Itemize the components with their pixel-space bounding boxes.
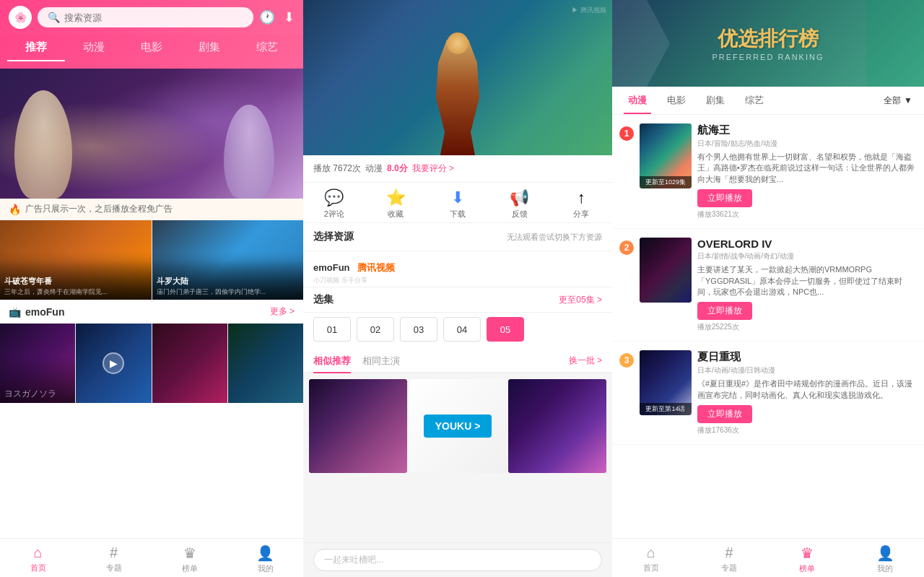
content-card-0[interactable]: 斗破苍穹年番 三年之后，萧炎终于在湖南学院见... bbox=[0, 220, 152, 300]
youku-logo: YOUKU > bbox=[424, 415, 492, 438]
update-badge-0: 更新至1029集 bbox=[640, 176, 692, 188]
left-nav-profile[interactable]: 👤 我的 bbox=[227, 545, 303, 574]
play-count: 播放 7672次 bbox=[313, 162, 361, 175]
ad-notice: 🔥 广告只展示一次，之后播放全程免广告 bbox=[0, 199, 303, 220]
search-bar[interactable]: 🔍 bbox=[38, 7, 253, 27]
ranking-header: 优选排行榜 PREFERRED RANKING bbox=[612, 0, 924, 87]
rank-info-0: 航海王 日本/冒险/励志/热血/动漫 有个男人他拥有世界上一切财富、名望和权势，… bbox=[697, 123, 917, 220]
hero-char-2 bbox=[224, 105, 274, 199]
right-profile-label: 我的 bbox=[877, 563, 893, 574]
right-ranking-icon: ♛ bbox=[801, 545, 814, 562]
nav-tab-variety[interactable]: 综艺 bbox=[238, 35, 296, 61]
right-home-icon: ⌂ bbox=[647, 545, 655, 561]
nav-tab-series[interactable]: 剧集 bbox=[180, 35, 238, 61]
content-card-1[interactable]: 斗罗大陆 庙门外门弟子唐三，因偷学内门绝学... bbox=[152, 220, 304, 300]
action-share[interactable]: ↑ 分享 bbox=[550, 188, 612, 220]
right-home-label: 首页 bbox=[643, 563, 659, 573]
rank-number-2: 2 bbox=[619, 240, 634, 255]
right-nav-topic[interactable]: # 专题 bbox=[690, 545, 768, 574]
emofun-section: 📺 emoFun 更多 > ヨスガノソラ ▶ bbox=[0, 300, 303, 403]
resource-sources: emoFun 腾讯视频 小刀视频 乐手分享 bbox=[303, 251, 612, 287]
ranking-filter[interactable]: 全部 ▼ bbox=[878, 87, 918, 114]
right-panel: 优选排行榜 PREFERRED RANKING 动漫 电影 剧集 综艺 全部 ▼… bbox=[612, 0, 924, 577]
comment-input[interactable]: 一起来吐槽吧... bbox=[313, 549, 602, 571]
hero-banner[interactable] bbox=[0, 69, 303, 199]
similar-refresh[interactable]: 换一批 > bbox=[569, 355, 602, 372]
ranking-item-0[interactable]: 1 HOT 更新至1029集 航海王 日本/冒险/励志/热血/动漫 有个男人他拥… bbox=[612, 115, 924, 229]
similar-card-0[interactable] bbox=[309, 379, 407, 473]
action-favorite[interactable]: ⭐ 收藏 bbox=[365, 188, 427, 220]
ranking-title-area: 优选排行榜 PREFERRED RANKING bbox=[712, 25, 824, 61]
source-tencent[interactable]: 腾讯视频 bbox=[357, 261, 395, 274]
rank-desc-1: 主要讲述了某天，一款掀起大热潮的VRMMORPG「YGGDRASIL」原本会停止… bbox=[697, 264, 917, 298]
episode-more[interactable]: 更至05集 > bbox=[559, 294, 602, 306]
rank-tags-1: 日本/剧情/战争/动画/奇幻/动漫 bbox=[697, 251, 917, 261]
header-icons: 🕐 ⬇ bbox=[259, 9, 295, 25]
video-score: 8.0分 bbox=[387, 162, 408, 175]
filter-chevron-icon: ▼ bbox=[904, 95, 912, 105]
rank-number-3: 3 bbox=[619, 353, 634, 368]
hero-art bbox=[0, 69, 303, 199]
left-nav-topic[interactable]: # 专题 bbox=[76, 545, 152, 574]
action-feedback[interactable]: 📢 反馈 bbox=[489, 188, 551, 220]
ranking-nav-anime[interactable]: 动漫 bbox=[618, 87, 657, 114]
search-input[interactable] bbox=[64, 12, 243, 23]
right-nav-profile[interactable]: 👤 我的 bbox=[846, 545, 924, 574]
similar-tab-cast[interactable]: 相同主演 bbox=[362, 355, 400, 372]
action-comment[interactable]: 💬 2评论 bbox=[303, 188, 365, 220]
play-btn-0[interactable]: 立即播放 bbox=[697, 189, 752, 207]
rank-info-1: OVERLORD IV 日本/剧情/战争/动画/奇幻/动漫 主要讲述了某天，一款… bbox=[697, 238, 917, 332]
ranking-item-2[interactable]: 3 HOT 更新至第14话 夏日重现 日本/动画/动漫/日韩动漫 《#夏日重现#… bbox=[612, 342, 924, 445]
header: 🌸 🔍 🕐 ⬇ bbox=[0, 0, 303, 35]
similar-grid: YOUKU > bbox=[303, 373, 612, 542]
emofun-card-1[interactable]: ▶ bbox=[76, 324, 151, 403]
rank-title-2: 夏日重现 bbox=[697, 350, 917, 364]
episode-btn-5[interactable]: 05 bbox=[487, 317, 524, 342]
right-nav-ranking[interactable]: ♛ 榜单 bbox=[768, 545, 846, 574]
nav-tab-recommend[interactable]: 推荐 bbox=[7, 35, 65, 61]
left-bottom-nav: ⌂ 首页 # 专题 ♛ 榜单 👤 我的 bbox=[0, 538, 303, 577]
video-area[interactable]: ▶ 腾讯视频 bbox=[303, 0, 612, 155]
ranking-nav-movie[interactable]: 电影 bbox=[657, 87, 696, 114]
right-ranking-label: 榜单 bbox=[799, 563, 815, 574]
left-nav-home[interactable]: ⌂ 首页 bbox=[0, 545, 76, 574]
ad-text: 广告只展示一次，之后播放全程免广告 bbox=[25, 203, 173, 215]
nav-tab-movie[interactable]: 电影 bbox=[123, 35, 180, 61]
episode-select: 选集 更至05集 > bbox=[303, 287, 612, 313]
emofun-card-3[interactable] bbox=[228, 324, 303, 403]
ranking-nav-series[interactable]: 剧集 bbox=[696, 87, 735, 114]
right-nav-home[interactable]: ⌂ 首页 bbox=[612, 545, 690, 574]
play-btn-2[interactable]: 立即播放 bbox=[697, 405, 752, 423]
similar-card-2[interactable] bbox=[508, 379, 606, 473]
ranking-icon: ♛ bbox=[183, 545, 196, 562]
rate-button[interactable]: 我要评分 > bbox=[412, 162, 454, 175]
profile-label: 我的 bbox=[258, 563, 274, 574]
play-btn-1[interactable]: 立即播放 bbox=[697, 302, 752, 320]
similar-card-1[interactable]: YOUKU > bbox=[409, 379, 507, 473]
episode-btn-1[interactable]: 01 bbox=[313, 317, 351, 342]
right-topic-label: 专题 bbox=[721, 563, 737, 573]
left-nav-ranking[interactable]: ♛ 榜单 bbox=[152, 545, 227, 574]
nav-tab-anime[interactable]: 动漫 bbox=[65, 35, 123, 61]
rank-desc-0: 有个男人他拥有世界上一切财富、名望和权势，他就是「海盗王」高路德•罗杰在临死前说… bbox=[697, 152, 917, 185]
ranking-item-1[interactable]: 2 HOT OVERLORD IV 日本/剧情/战争/动画/奇幻/动漫 主要讲述… bbox=[612, 229, 924, 342]
episode-btn-3[interactable]: 03 bbox=[400, 317, 437, 342]
history-icon[interactable]: 🕐 bbox=[259, 9, 275, 25]
right-profile-icon: 👤 bbox=[876, 545, 894, 562]
emofun-card-0[interactable]: ヨスガノソラ bbox=[0, 324, 75, 403]
topic-icon: # bbox=[110, 545, 118, 561]
similar-tab-recommend[interactable]: 相似推荐 bbox=[313, 355, 351, 372]
app-logo: 🌸 bbox=[9, 6, 32, 29]
episode-btn-4[interactable]: 04 bbox=[443, 317, 481, 342]
ranking-nav-variety[interactable]: 综艺 bbox=[735, 87, 774, 114]
right-topic-icon: # bbox=[725, 545, 733, 561]
emofun-card-2[interactable] bbox=[152, 324, 227, 403]
resource-select: 选择资源 无法观看尝试切换下方资源 bbox=[303, 223, 612, 251]
source-watermark: 小刀视频 乐手分享 bbox=[313, 276, 367, 285]
episode-btn-2[interactable]: 02 bbox=[357, 317, 394, 342]
download-icon[interactable]: ⬇ bbox=[284, 9, 295, 25]
video-info: 播放 7672次 动漫 8.0分 我要评分 > bbox=[303, 155, 612, 183]
source-emofun[interactable]: emoFun bbox=[313, 262, 350, 273]
emofun-more[interactable]: 更多 > bbox=[270, 305, 295, 318]
action-download[interactable]: ⬇ 下载 bbox=[427, 188, 489, 220]
